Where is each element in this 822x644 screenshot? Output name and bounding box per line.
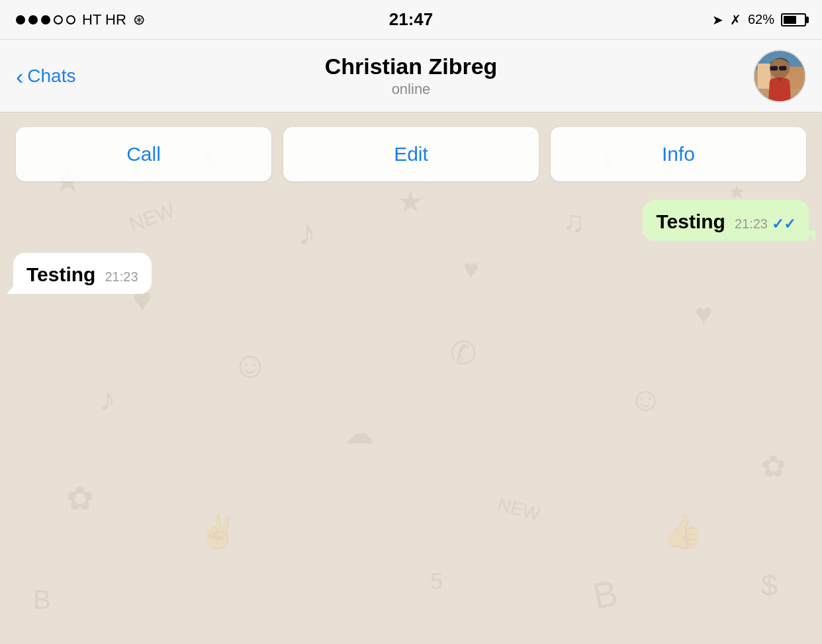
signal-dots: [16, 15, 75, 24]
sent-message-meta: 21:23 ✓✓: [735, 216, 796, 233]
svg-text:✿: ✿: [761, 449, 786, 483]
battery-fill: [784, 16, 796, 24]
call-button[interactable]: Call: [16, 127, 271, 181]
svg-rect-4: [789, 66, 803, 88]
bluetooth-icon: ✗: [730, 12, 741, 28]
svg-text:B: B: [33, 585, 51, 614]
battery-label: 62%: [748, 12, 774, 27]
signal-dot-5: [66, 15, 75, 24]
signal-dot-1: [16, 15, 25, 24]
signal-dot-4: [54, 15, 63, 24]
avatar-image: [754, 50, 805, 103]
svg-text:☺: ☺: [629, 381, 662, 418]
info-button[interactable]: Info: [551, 127, 806, 181]
svg-text:$: $: [761, 569, 778, 602]
messages-area: Testing 21:23 ✓✓ Testing 21:23: [0, 193, 822, 300]
sent-bubble: Testing 21:23 ✓✓: [643, 200, 809, 241]
svg-text:B: B: [590, 572, 621, 616]
svg-rect-2: [758, 64, 770, 89]
action-buttons-row: Call Edit Info: [0, 113, 822, 193]
svg-text:✌: ✌: [199, 513, 238, 551]
svg-text:✆: ✆: [450, 336, 477, 371]
message-row: Testing 21:23 ✓✓: [13, 200, 809, 241]
status-time: 21:47: [389, 9, 434, 30]
sent-message-time: 21:23: [735, 216, 768, 232]
back-label: Chats: [27, 66, 75, 87]
battery-icon: [781, 13, 806, 26]
carrier-label: HT HR: [82, 11, 126, 28]
svg-text:✿: ✿: [66, 480, 94, 517]
svg-text:☁: ☁: [344, 416, 374, 450]
status-right: ➤ ✗ 62%: [712, 12, 806, 28]
info-label: Info: [662, 143, 695, 165]
sent-message-text: Testing: [656, 210, 725, 233]
received-bubble: Testing 21:23: [13, 253, 152, 294]
svg-rect-7: [779, 66, 786, 70]
avatar[interactable]: [753, 50, 806, 103]
contact-name: Christian Zibreg: [325, 54, 498, 79]
sent-message-ticks: ✓✓: [772, 216, 796, 233]
edit-button[interactable]: Edit: [283, 127, 539, 181]
received-message-meta: 21:23: [105, 269, 138, 285]
message-row: Testing 21:23: [13, 253, 809, 294]
chat-area: ★ ★ ★ ★ ★ ♥ ♥ ♥ ♪ ♫ ♪ ☺ ☺ ✆ ✿ ✿ NEW NEW …: [0, 113, 822, 644]
back-button[interactable]: ‹ Chats: [16, 65, 75, 87]
received-message-time: 21:23: [105, 269, 138, 285]
svg-rect-6: [770, 66, 778, 70]
status-left: HT HR ⊛: [16, 11, 145, 28]
svg-text:NEW: NEW: [495, 494, 543, 525]
received-message-text: Testing: [26, 263, 95, 286]
signal-dot-2: [28, 15, 38, 24]
wifi-icon: ⊛: [133, 11, 145, 28]
back-chevron-icon: ‹: [16, 65, 23, 87]
svg-text:♥: ♥: [695, 297, 713, 331]
svg-text:☺: ☺: [232, 344, 269, 385]
svg-text:5: 5: [430, 568, 443, 594]
svg-text:♪: ♪: [99, 381, 116, 418]
status-bar: HT HR ⊛ 21:47 ➤ ✗ 62%: [0, 0, 822, 40]
contact-status: online: [325, 81, 498, 98]
svg-text:👍: 👍: [662, 512, 704, 551]
nav-bar: ‹ Chats Christian Zibreg online: [0, 40, 822, 113]
signal-dot-3: [41, 15, 50, 24]
nav-center: Christian Zibreg online: [325, 54, 498, 98]
edit-label: Edit: [394, 143, 428, 165]
call-label: Call: [126, 143, 161, 165]
location-icon: ➤: [712, 12, 723, 28]
